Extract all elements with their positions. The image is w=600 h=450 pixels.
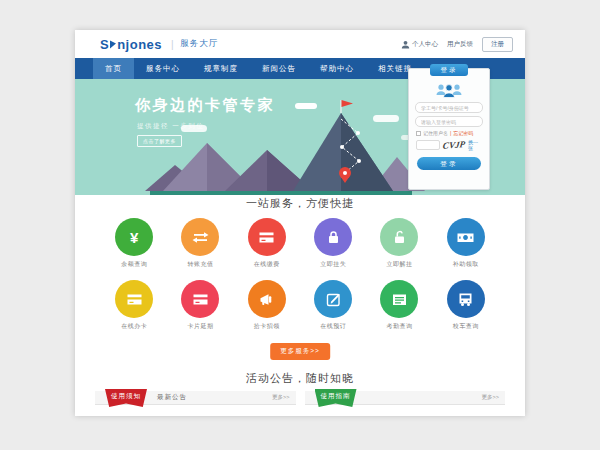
service-label: 在线办卡 (101, 322, 167, 331)
header: S njones | 服务大厅 个人中心 用户反馈 注册 (75, 30, 525, 58)
user-feedback-link[interactable]: 用户反馈 (447, 40, 473, 49)
captcha-image: CVJP (442, 139, 465, 151)
password-input[interactable] (415, 116, 483, 127)
portal-name: 服务大厅 (180, 38, 218, 50)
guide-panel-bar: 使用指南 更多>> (305, 391, 506, 405)
latest-news-tab[interactable]: 最新公告 (157, 393, 187, 402)
service-item-report-loss[interactable]: 立即挂失 (300, 218, 366, 269)
user-feedback-label: 用户反馈 (447, 40, 473, 49)
service-item-balance[interactable]: ¥ 余额查询 (101, 218, 167, 269)
nav-item-help[interactable]: 帮助中心 (308, 58, 366, 79)
username-input[interactable] (415, 102, 483, 113)
register-button[interactable]: 注册 (482, 37, 513, 52)
service-circle[interactable]: ¥ (115, 218, 153, 256)
notice-panel: 使用须知 最新公告 更多>> (95, 391, 296, 405)
service-circle[interactable] (248, 280, 286, 318)
unlock-icon (391, 229, 408, 246)
forgot-separator: | (450, 130, 451, 136)
service-circle[interactable] (115, 280, 153, 318)
services-grid: ¥ 余额查询 转账充值 在线缴费 (101, 218, 499, 331)
transfer-icon (192, 229, 209, 246)
service-circle[interactable] (181, 218, 219, 256)
brand-logo[interactable]: S njones | 服务大厅 (100, 37, 218, 52)
page: S njones | 服务大厅 个人中心 用户反馈 注册 首页 服务中心 规章制… (75, 30, 525, 416)
captcha-refresh-link[interactable]: 换一张 (468, 139, 482, 151)
service-item-attendance[interactable]: 考勤查询 (366, 280, 432, 331)
bus-icon (457, 291, 474, 308)
card-icon (258, 229, 275, 246)
service-circle[interactable] (314, 280, 352, 318)
service-circle[interactable] (181, 280, 219, 318)
login-tab[interactable]: 登录 (430, 64, 468, 76)
logo-text-prefix: S (100, 37, 109, 52)
captcha-row: CVJP 换一张 (416, 139, 482, 151)
service-item-booking[interactable]: 在线预订 (300, 280, 366, 331)
login-panel: 登录 记住用户名 | 忘记密码 CVJP 换一张 登录 (408, 68, 490, 190)
nav-item-home[interactable]: 首页 (93, 58, 134, 79)
service-item-apply-card[interactable]: 在线办卡 (101, 280, 167, 331)
service-circle[interactable] (447, 218, 485, 256)
service-label: 余额查询 (101, 260, 167, 269)
service-item-school-bus[interactable]: 校车查询 (433, 280, 499, 331)
personal-center-label: 个人中心 (412, 40, 438, 49)
nav-item-news[interactable]: 新闻公告 (250, 58, 308, 79)
hero-subline: 提供捷径 一步到位 (137, 122, 204, 131)
service-item-card-extend[interactable]: 卡片延期 (167, 280, 233, 331)
notice-tab[interactable]: 使用须知 (105, 389, 147, 407)
service-label: 卡片延期 (167, 322, 233, 331)
service-circle[interactable] (380, 280, 418, 318)
user-icon (401, 40, 410, 49)
lock-icon (325, 229, 342, 246)
service-label: 考勤查询 (366, 322, 432, 331)
service-circle[interactable] (248, 218, 286, 256)
login-submit-button[interactable]: 登录 (417, 157, 481, 170)
logo-arrow-icon (110, 40, 116, 49)
service-circle[interactable] (380, 218, 418, 256)
remember-row: 记住用户名 | 忘记密码 (416, 130, 482, 136)
service-circle[interactable] (314, 218, 352, 256)
logo-text-suffix: njones (117, 37, 162, 52)
service-label: 转账充值 (167, 260, 233, 269)
yen-icon: ¥ (130, 230, 138, 245)
list-icon (391, 291, 408, 308)
service-circle[interactable] (447, 280, 485, 318)
card-icon (192, 291, 209, 308)
notice-more-link[interactable]: 更多>> (272, 394, 289, 401)
forgot-password-link[interactable]: 忘记密码 (453, 130, 473, 136)
nav-item-service-center[interactable]: 服务中心 (134, 58, 192, 79)
guide-panel: 使用指南 更多>> (305, 391, 506, 405)
captcha-input[interactable] (416, 140, 440, 150)
more-services-button[interactable]: 更多服务>> (270, 343, 330, 360)
header-utility: 个人中心 用户反馈 注册 (401, 37, 513, 52)
hero-cta-button[interactable]: 点击了解更多 (137, 135, 182, 147)
service-label: 在线预订 (300, 322, 366, 331)
hero-headline: 你身边的卡管专家 (135, 96, 275, 115)
service-item-unlock[interactable]: 立即解挂 (366, 218, 432, 269)
nav-item-rules[interactable]: 规章制度 (192, 58, 250, 79)
service-label: 立即解挂 (366, 260, 432, 269)
banknote-icon (457, 229, 474, 246)
service-label: 补助领取 (433, 260, 499, 269)
service-label: 校车查询 (433, 322, 499, 331)
service-item-pay[interactable]: 在线缴费 (234, 218, 300, 269)
announcements-panels: 使用须知 最新公告 更多>> 使用指南 更多>> (95, 391, 505, 405)
users-group-icon (433, 82, 465, 99)
service-label: 立即挂失 (300, 260, 366, 269)
megaphone-icon (258, 291, 275, 308)
guide-more-link[interactable]: 更多>> (482, 394, 499, 401)
personal-center-link[interactable]: 个人中心 (401, 40, 438, 49)
service-item-subsidy[interactable]: 补助领取 (433, 218, 499, 269)
logo-divider: | (171, 39, 174, 50)
service-label: 在线缴费 (234, 260, 300, 269)
remember-label: 记住用户名 (423, 130, 448, 136)
guide-tab[interactable]: 使用指南 (315, 389, 357, 407)
services-title: 一站服务，方便快捷 (75, 196, 525, 211)
remember-checkbox[interactable] (416, 131, 421, 136)
edit-icon (325, 291, 342, 308)
service-item-found-card[interactable]: 拾卡招领 (234, 280, 300, 331)
service-label: 拾卡招领 (234, 322, 300, 331)
card-icon (126, 291, 143, 308)
service-item-transfer[interactable]: 转账充值 (167, 218, 233, 269)
announcements-title: 活动公告，随时知晓 (75, 371, 525, 386)
notice-panel-bar: 使用须知 最新公告 更多>> (95, 391, 296, 405)
